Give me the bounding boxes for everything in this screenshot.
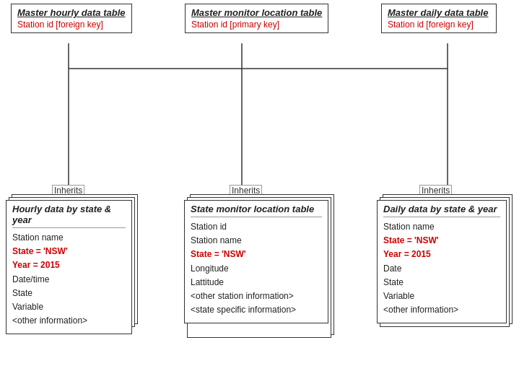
state-hourly-row-1: State = 'NSW' <box>12 245 126 258</box>
state-monitor-row-2: State = 'NSW' <box>191 248 322 261</box>
state-monitor-row-6: <state specific information> <box>191 303 322 317</box>
state-monitor-table: State monitor location table Station id … <box>184 200 328 323</box>
state-monitor-row-0: Station id <box>191 220 322 234</box>
state-hourly-row-2: Year = 2015 <box>12 258 126 272</box>
state-daily-row-4: State <box>383 276 500 289</box>
state-hourly-row-4: State <box>12 287 126 300</box>
state-hourly-title: Hourly data by state & year <box>12 204 126 228</box>
master-daily-key: Station id [foreign key] <box>388 19 490 30</box>
state-daily-row-0: Station name <box>383 220 500 234</box>
state-monitor-row-5: <other station information> <box>191 289 322 303</box>
master-hourly-table: Master hourly data table Station id [for… <box>11 4 132 33</box>
state-monitor-title: State monitor location table <box>191 204 322 217</box>
state-monitor-row-4: Lattitude <box>191 276 322 289</box>
state-daily-row-6: <other information> <box>383 303 500 317</box>
master-hourly-key: Station id [foreign key] <box>17 19 126 30</box>
state-monitor-row-1: Station name <box>191 234 322 248</box>
master-monitor-key: Station id [primary key] <box>191 19 322 30</box>
state-hourly-row-0: Station name <box>12 231 126 245</box>
master-monitor-title: Master monitor location table <box>191 7 322 18</box>
state-daily-wrapper: Daily data by state & year Station name … <box>377 200 507 330</box>
state-daily-title: Daily data by state & year <box>383 204 500 217</box>
state-daily-row-2: Year = 2015 <box>383 248 500 261</box>
state-hourly-table: Hourly data by state & year Station name… <box>6 200 132 334</box>
state-monitor-wrapper: State monitor location table Station id … <box>184 200 328 341</box>
state-daily-row-3: Date <box>383 262 500 276</box>
diagram-container: Master hourly data table Station id [for… <box>0 0 532 392</box>
state-daily-row-1: State = 'NSW' <box>383 234 500 248</box>
state-hourly-wrapper: Hourly data by state & year Station name… <box>6 200 132 330</box>
state-daily-table: Daily data by state & year Station name … <box>377 200 507 323</box>
master-monitor-table: Master monitor location table Station id… <box>185 4 328 33</box>
master-daily-title: Master daily data table <box>388 7 490 18</box>
state-hourly-row-5: Variable <box>12 300 126 314</box>
state-hourly-row-3: Date/time <box>12 273 126 287</box>
state-hourly-row-6: <other information> <box>12 314 126 328</box>
master-daily-table: Master daily data table Station id [fore… <box>381 4 497 33</box>
state-monitor-row-3: Longitude <box>191 262 322 276</box>
master-hourly-title: Master hourly data table <box>17 7 126 18</box>
state-daily-row-5: Variable <box>383 289 500 303</box>
